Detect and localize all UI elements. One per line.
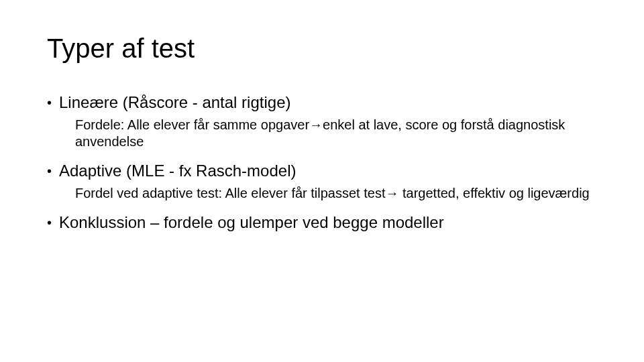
slide-title: Typer af test <box>47 34 597 63</box>
bullet-item: • Adaptive (MLE - fx Rasch-model) <box>47 161 597 181</box>
bullet-dot-icon: • <box>47 93 59 113</box>
bullet-dot-icon: • <box>47 161 59 181</box>
bullet-item: • Konklussion – fordele og ulemper ved b… <box>47 213 597 233</box>
bullet-text: Lineære (Råscore - antal rigtige) <box>59 93 597 113</box>
slide-content: • Lineære (Råscore - antal rigtige) Ford… <box>47 93 597 233</box>
bullet-subtext: Fordele: Alle elever får samme opgaver→e… <box>75 117 597 150</box>
slide: Typer af test • Lineære (Råscore - antal… <box>0 0 644 362</box>
bullet-dot-icon: • <box>47 213 59 233</box>
bullet-text: Konklussion – fordele og ulemper ved beg… <box>59 213 597 233</box>
bullet-item: • Lineære (Råscore - antal rigtige) <box>47 93 597 113</box>
bullet-text: Adaptive (MLE - fx Rasch-model) <box>59 161 597 181</box>
bullet-subtext: Fordel ved adaptive test: Alle elever få… <box>75 185 597 202</box>
